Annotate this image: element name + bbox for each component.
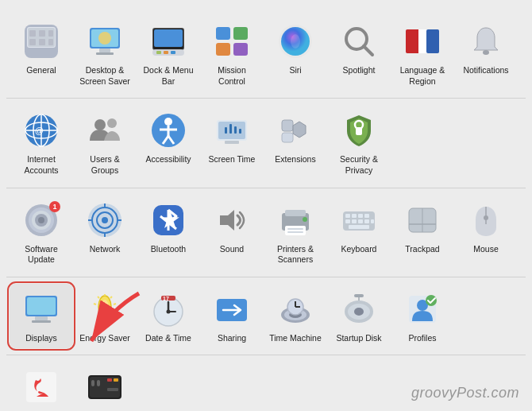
trackpad-icon-wrap [402,200,443,241]
network-label: Network [90,244,121,255]
sound-icon-wrap [211,200,253,241]
pref-item-siri[interactable]: Siri [264,16,327,81]
general-label: General [26,65,56,76]
keyboard-icon-wrap [338,200,380,241]
svg-rect-53 [234,126,237,134]
pref-item-software-update[interactable]: 1Software Update [10,195,73,270]
pref-item-trackpad[interactable]: Trackpad [391,195,454,260]
svg-rect-57 [282,133,293,142]
pref-item-general[interactable]: General [10,16,73,81]
svg-rect-56 [282,120,293,131]
pref-item-screen-time[interactable]: Screen Time [200,105,264,170]
svg-rect-101 [32,320,51,323]
language-region-icon-wrap [402,21,443,62]
pref-item-security-privacy[interactable]: Security & Privacy [327,105,391,180]
svg-point-11 [98,32,111,45]
startup-disk-icon-wrap [338,289,380,330]
trackpad-label: Trackpad [405,244,439,255]
svg-point-41 [94,119,106,130]
pref-item-sharing[interactable]: Sharing [200,284,264,349]
ua25-icon-wrap [84,366,125,408]
svg-point-97 [484,215,488,220]
svg-rect-6 [39,39,45,45]
arrow-annotation [79,285,151,357]
svg-point-44 [164,118,172,126]
pref-item-profiles[interactable]: Profiles [391,284,454,349]
pref-item-desktop-screensaver[interactable]: Desktop & Screen Saver [73,16,137,91]
pref-item-mouse[interactable]: Mouse [454,195,518,260]
time-machine-label: Time Machine [269,333,322,344]
pref-item-time-machine[interactable]: Time Machine [264,284,327,349]
pref-item-accessibility[interactable]: Accessibility [137,105,200,170]
svg-rect-8 [48,39,53,45]
spotlight-icon-wrap [338,21,380,62]
pref-item-mission-control[interactable]: Mission Control [200,16,264,91]
pref-item-network[interactable]: Network [73,195,137,260]
svg-rect-89 [358,219,363,223]
software-update-icon-wrap: 1 [21,200,62,241]
displays-label: Displays [25,333,57,344]
desktop-screensaver-label: Desktop & Screen Saver [76,65,133,87]
date-time-icon-wrap: 17 [148,289,189,330]
printers-scanners-label: Printers & Scanners [267,244,324,266]
keyboard-label: Keyboard [341,244,377,255]
svg-rect-24 [233,43,248,56]
date-time-label: Date & Time [145,333,191,344]
svg-rect-125 [354,294,364,297]
svg-rect-87 [345,219,350,223]
svg-rect-18 [156,51,161,54]
extensions-icon-wrap [275,110,316,151]
svg-marker-75 [220,210,234,231]
pref-item-sound[interactable]: Sound [200,195,264,260]
svg-rect-5 [39,30,45,37]
pref-item-language-region[interactable]: Language & Region [391,16,454,91]
mouse-icon-wrap [465,200,507,241]
section-2: 1Software UpdateNetwork★BluetoothSoundPr… [6,188,526,277]
profiles-label: Profiles [408,333,436,344]
svg-rect-86 [364,214,369,218]
pref-item-ua25[interactable]: UA-25 [73,362,137,411]
pref-item-bluetooth[interactable]: ★Bluetooth [137,195,200,260]
svg-point-34 [483,50,489,55]
pref-item-spotlight[interactable]: Spotlight [327,16,391,81]
pref-item-dock-menubar[interactable]: Dock & Menu Bar [137,16,200,91]
svg-rect-84 [352,214,357,218]
java-icon-wrap [21,366,62,408]
pref-item-displays[interactable]: Displays [10,284,73,349]
section-0: GeneralDesktop & Screen SaverDock & Menu… [6,10,526,99]
svg-rect-20 [171,51,175,54]
svg-rect-13 [96,52,114,55]
pref-item-keyboard[interactable]: Keyboard [327,195,391,260]
svg-rect-100 [35,316,48,320]
pref-item-notifications[interactable]: Notifications [454,16,518,81]
network-icon-wrap [84,200,125,241]
svg-rect-55 [225,127,227,134]
svg-point-81 [303,217,307,222]
pref-item-internet-accounts[interactable]: @Internet Accounts [10,105,73,180]
pref-item-startup-disk[interactable]: Startup Disk [327,284,391,349]
security-privacy-icon-wrap [338,110,380,151]
svg-rect-21 [216,27,230,40]
bluetooth-icon-wrap: ★ [148,200,189,241]
svg-rect-134 [97,380,100,386]
svg-point-42 [107,118,117,128]
svg-text:@: @ [35,126,44,135]
svg-rect-91 [371,219,374,223]
svg-rect-54 [239,129,241,134]
svg-point-64 [38,217,44,223]
internet-accounts-label: Internet Accounts [13,154,70,176]
pref-item-java[interactable]: Java [10,362,73,411]
accessibility-label: Accessibility [145,154,191,165]
svg-point-68 [102,217,108,223]
pref-item-extensions[interactable]: Extensions [264,105,327,170]
mission-control-label: Mission Control [203,65,260,87]
pref-item-printers-scanners[interactable]: Printers & Scanners [264,195,327,270]
svg-rect-85 [358,214,363,218]
svg-rect-130 [26,372,56,402]
svg-rect-135 [107,378,112,382]
pref-item-users-groups[interactable]: Users & Groups [73,105,137,180]
siri-label: Siri [289,65,301,76]
security-privacy-label: Security & Privacy [330,154,387,176]
svg-rect-19 [164,51,168,54]
section-4: JavaUA-25 [6,355,526,411]
